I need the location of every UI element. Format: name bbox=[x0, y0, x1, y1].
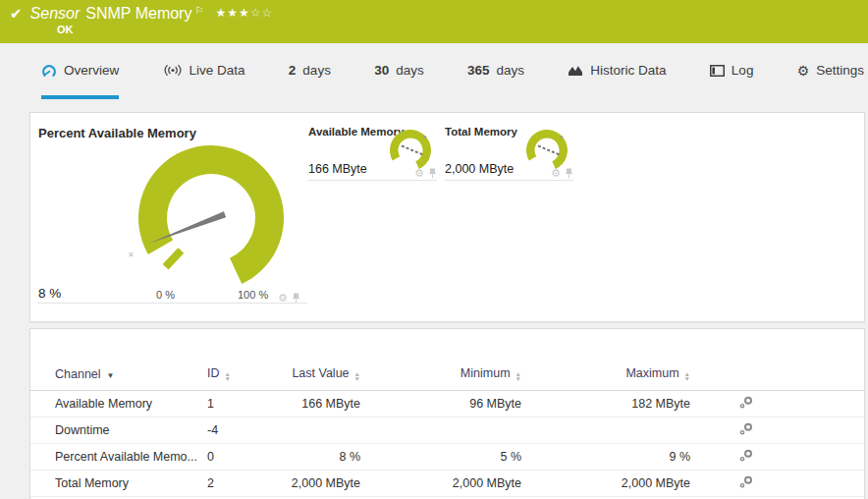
channel-table-header: Channel▼ ID▲▼ Last Value▲▼ Minimum▲▼ Max… bbox=[30, 355, 864, 391]
channel-settings-icon[interactable] bbox=[739, 449, 753, 465]
gauge-scale-start: 0 % bbox=[156, 289, 175, 301]
star-outline-icon[interactable]: ☆ bbox=[261, 6, 273, 20]
channel-id-cell: -4 bbox=[207, 423, 262, 437]
channel-name-cell: Downtime bbox=[55, 423, 207, 437]
log-icon bbox=[710, 65, 725, 77]
tab-label: days bbox=[396, 63, 424, 78]
chart-icon bbox=[568, 64, 583, 77]
channel-settings-icon[interactable] bbox=[739, 422, 753, 438]
tab-settings[interactable]: ⚙ Settings bbox=[797, 43, 864, 99]
gauge-icon bbox=[41, 63, 57, 78]
tab-log[interactable]: Log bbox=[710, 43, 754, 99]
divider bbox=[37, 303, 307, 304]
star-icon[interactable]: ★ bbox=[239, 6, 250, 20]
table-row: Total Memory 2 2,000 MByte 2,000 MByte 2… bbox=[30, 471, 864, 497]
sensor-status-bar: ✔ Sensor SNMP Memory ⚐ ★★★☆☆ OK bbox=[0, 0, 868, 43]
column-header-minimum[interactable]: Minimum▲▼ bbox=[360, 366, 521, 381]
priority-stars[interactable]: ★★★☆☆ bbox=[215, 6, 273, 20]
tab-overview[interactable]: Overview bbox=[41, 43, 119, 99]
live-data-icon bbox=[163, 64, 183, 77]
tab-label: Historic Data bbox=[590, 63, 666, 78]
column-label: ID bbox=[207, 366, 220, 380]
sort-icon: ▲▼ bbox=[225, 371, 231, 381]
last-value-cell: 166 MByte bbox=[262, 397, 360, 411]
tab-historic-data[interactable]: Historic Data bbox=[568, 43, 666, 99]
pin-icon[interactable] bbox=[428, 168, 437, 179]
maximum-cell: 9 % bbox=[521, 450, 690, 464]
column-header-maximum[interactable]: Maximum▲▼ bbox=[521, 366, 690, 381]
column-header-channel[interactable]: Channel▼ bbox=[55, 367, 207, 381]
last-value-cell: 2,000 MByte bbox=[262, 476, 360, 490]
sensor-title-line: ✔ Sensor SNMP Memory ⚐ ★★★☆☆ bbox=[10, 5, 868, 23]
column-label: Maximum bbox=[625, 366, 678, 380]
mini-gauge-total-memory: Total Memory 2,000 MByte ⚙ bbox=[445, 125, 573, 181]
gauge-scale-end: 100 % bbox=[238, 289, 268, 301]
channel-settings-icon[interactable] bbox=[739, 475, 753, 491]
gauge-settings-gear-icon[interactable]: ⚙ bbox=[551, 168, 561, 179]
table-row: Available Memory 1 166 MByte 96 MByte 18… bbox=[30, 391, 864, 417]
star-icon[interactable]: ★ bbox=[227, 6, 239, 20]
tab-label: days bbox=[497, 63, 525, 78]
sort-desc-icon: ▼ bbox=[107, 371, 115, 380]
tab-30-days[interactable]: 30 days bbox=[374, 43, 424, 99]
ok-check-icon: ✔ bbox=[10, 5, 23, 23]
tab-label: days bbox=[302, 63, 331, 78]
gauge-cell-actions: ⚙ bbox=[551, 168, 573, 179]
sort-icon: ▲▼ bbox=[684, 371, 690, 381]
star-outline-icon[interactable]: ☆ bbox=[250, 6, 262, 20]
tab-bar: Overview Live Data 2 days 30 days 365 da… bbox=[0, 43, 868, 99]
channel-id-cell: 2 bbox=[207, 476, 262, 490]
mini-gauge-available-memory: Available Memory 166 MByte ⚙ bbox=[308, 125, 437, 181]
maximum-cell: 182 MByte bbox=[521, 397, 690, 411]
column-label: Minimum bbox=[461, 366, 511, 380]
table-row: Percent Available Memo... 0 8 % 5 % 9 % bbox=[30, 444, 864, 471]
object-kind-label: Sensor bbox=[30, 5, 81, 23]
page-title: SNMP Memory bbox=[85, 5, 191, 23]
pin-icon[interactable] bbox=[565, 168, 573, 179]
table-row: Downtime -4 bbox=[30, 417, 864, 444]
tab-live-data[interactable]: Live Data bbox=[163, 43, 245, 99]
maximum-cell: 2,000 MByte bbox=[521, 476, 690, 490]
gauge-value: 8 % bbox=[38, 286, 61, 301]
minimum-cell: 96 MByte bbox=[360, 397, 521, 411]
channel-name-cell: Available Memory bbox=[55, 397, 207, 411]
column-label: Channel bbox=[55, 367, 101, 381]
channel-name-cell: Total Memory bbox=[55, 476, 207, 490]
channel-table-panel: Channel▼ ID▲▼ Last Value▲▼ Minimum▲▼ Max… bbox=[29, 328, 865, 499]
mini-gauge-value: 2,000 MByte bbox=[445, 162, 514, 176]
tab-2-days[interactable]: 2 days bbox=[289, 43, 331, 99]
minimum-cell: 2,000 MByte bbox=[360, 476, 521, 490]
channel-settings-icon[interactable] bbox=[739, 396, 753, 412]
tab-label: Log bbox=[732, 63, 754, 78]
channel-id-cell: 1 bbox=[207, 397, 262, 411]
overview-gauges-panel: ✕ Percent Available Memory 8 % 0 % 100 %… bbox=[29, 112, 865, 322]
tab-label: Live Data bbox=[190, 63, 245, 78]
tab-label: Overview bbox=[64, 63, 119, 78]
tab-number: 30 bbox=[374, 63, 389, 78]
tab-number: 365 bbox=[467, 63, 490, 78]
column-header-last-value[interactable]: Last Value▲▼ bbox=[262, 366, 360, 381]
tab-label: Settings bbox=[816, 63, 864, 78]
mini-gauge-value: 166 MByte bbox=[308, 162, 367, 176]
mini-gauge-title: Total Memory bbox=[445, 126, 517, 138]
gauge-cell-actions: ⚙ bbox=[414, 168, 437, 179]
status-badge: OK bbox=[57, 24, 868, 35]
last-value-cell: 8 % bbox=[262, 450, 360, 464]
svg-text:✕: ✕ bbox=[128, 250, 135, 259]
star-icon[interactable]: ★ bbox=[215, 6, 227, 20]
channel-name-cell: Percent Available Memo... bbox=[55, 450, 207, 464]
minimum-cell: 5 % bbox=[360, 450, 521, 464]
column-label: Last Value bbox=[292, 366, 349, 380]
gauge-title: Percent Available Memory bbox=[38, 126, 196, 140]
gauge-settings-gear-icon[interactable]: ⚙ bbox=[414, 168, 424, 179]
flag-icon[interactable]: ⚐ bbox=[194, 5, 203, 16]
tab-365-days[interactable]: 365 days bbox=[467, 43, 524, 99]
tab-number: 2 bbox=[289, 63, 297, 78]
gear-icon: ⚙ bbox=[797, 64, 810, 78]
column-header-id[interactable]: ID▲▼ bbox=[207, 366, 262, 381]
channel-id-cell: 0 bbox=[207, 450, 262, 464]
percent-available-memory-gauge: ✕ bbox=[30, 113, 325, 309]
